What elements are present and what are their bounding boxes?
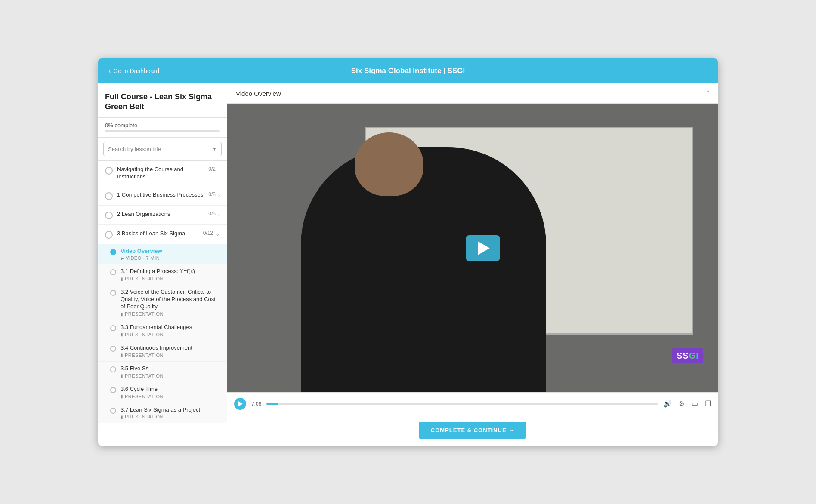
- lesson-type-3-4: PRESENTATION: [125, 353, 164, 358]
- lesson-info-video-overview: Video Overview ▶ VIDEO · 7 MIN: [121, 248, 162, 261]
- section-header-s2: 2 Lean Organizations 0/5 ›: [117, 211, 220, 218]
- section-header-nav: Navigating the Course and Instructions 0…: [117, 166, 220, 181]
- lesson-item-3-6[interactable]: 3.6 Cycle Time ▮ PRESENTATION: [98, 382, 227, 403]
- lesson-item-3-5[interactable]: 3.5 Five Ss ▮ PRESENTATION: [98, 362, 227, 382]
- presentation-icon-3-4: ▮: [121, 353, 123, 357]
- lesson-item-3-2[interactable]: 3.2 Voice of the Customer, Critical to Q…: [98, 285, 227, 320]
- play-pause-button[interactable]: [234, 398, 246, 410]
- expand-icon[interactable]: ⤴: [706, 89, 709, 97]
- section-item-s3[interactable]: 3 Basics of Lean Six Sigma 0/12 ⌄: [98, 225, 227, 244]
- lesson-info-3-1: 3.1 Defining a Process: Y=f(x) ▮ PRESENT…: [121, 268, 195, 281]
- section-item-s1[interactable]: 1 Competitive Business Processes 0/8 ›: [98, 186, 227, 206]
- video-wrapper: SSGI: [227, 104, 718, 392]
- lesson-item-video-overview[interactable]: Video Overview ▶ VIDEO · 7 MIN: [98, 244, 227, 265]
- lesson-meta-3-3: ▮ PRESENTATION: [121, 332, 192, 337]
- lesson-dot-3-2: [110, 290, 116, 296]
- lesson-sub-items-s3: Video Overview ▶ VIDEO · 7 MIN 3.1 Def: [98, 244, 227, 424]
- search-area[interactable]: Search by lesson title ▼: [98, 138, 227, 161]
- section-item-nav[interactable]: Navigating the Course and Instructions 0…: [98, 161, 227, 186]
- main-content: Full Course - Lean Six Sigma Green Belt …: [98, 83, 718, 446]
- section-circle-s3: [105, 231, 113, 239]
- settings-icon[interactable]: ⚙: [679, 400, 685, 408]
- back-chevron-icon: ‹: [108, 67, 111, 75]
- section-name-s2: 2 Lean Organizations: [117, 211, 170, 218]
- lesson-info-3-5: 3.5 Five Ss ▮ PRESENTATION: [121, 365, 164, 378]
- lesson-item-3-4[interactable]: 3.4 Continuous Improvement ▮ PRESENTATIO…: [98, 341, 227, 362]
- section-header-s1: 1 Competitive Business Processes 0/8 ›: [117, 191, 220, 199]
- section-header-s3: 3 Basics of Lean Six Sigma 0/12 ⌄: [117, 230, 220, 237]
- section-chevron-nav: ›: [218, 167, 220, 173]
- lesson-dot-3-4: [110, 346, 116, 352]
- section-chevron-s1: ›: [218, 192, 220, 198]
- lesson-item-3-3[interactable]: 3.3 Fundamental Challenges ▮ PRESENTATIO…: [98, 320, 227, 341]
- lesson-dot-3-3: [110, 325, 116, 331]
- top-bar-title: Six Sigma Global Institute | SSGI: [351, 67, 465, 75]
- video-icon: ▶: [121, 256, 124, 261]
- section-name-s3: 3 Basics of Lean Six Sigma: [117, 230, 185, 237]
- progress-label: complete: [114, 122, 137, 129]
- section-count-nav: 0/2: [205, 166, 216, 172]
- lesson-meta-video-overview: ▶ VIDEO · 7 MIN: [121, 255, 162, 261]
- section-count-s1: 0/8: [205, 191, 216, 197]
- lesson-meta-3-5: ▮ PRESENTATION: [121, 373, 164, 378]
- lesson-type-3-2: PRESENTATION: [125, 311, 164, 317]
- lesson-name-3-3: 3.3 Fundamental Challenges: [121, 324, 192, 331]
- lesson-meta-3-1: ▮ PRESENTATION: [121, 276, 195, 281]
- section-count-s2: 0/5: [205, 211, 216, 217]
- course-title-area: Full Course - Lean Six Sigma Green Belt: [98, 83, 227, 118]
- play-button-overlay[interactable]: [466, 235, 500, 261]
- lessons-list: Navigating the Course and Instructions 0…: [98, 161, 227, 446]
- lesson-dot-3-7: [110, 408, 116, 414]
- complete-continue-button[interactable]: COMPLETE & CONTINUE →: [419, 422, 526, 439]
- section-circle-s2: [105, 212, 113, 219]
- search-box[interactable]: Search by lesson title ▼: [103, 142, 222, 156]
- theater-mode-icon[interactable]: ▭: [692, 400, 698, 408]
- section-item-s2[interactable]: 2 Lean Organizations 0/5 ›: [98, 206, 227, 225]
- lesson-info-3-6: 3.6 Cycle Time ▮ PRESENTATION: [121, 386, 164, 399]
- presentation-icon-3-2: ▮: [121, 312, 123, 317]
- section-count-s3: 0/12: [200, 230, 213, 236]
- fullscreen-icon[interactable]: ❐: [705, 400, 711, 408]
- video-controls: 7:08 🔊 ⚙ ▭ ❐: [227, 392, 718, 415]
- video-progress-track[interactable]: [266, 403, 658, 405]
- play-btn-icon: [238, 401, 243, 406]
- progress-area: 0% complete: [98, 118, 227, 138]
- section-name-s1: 1 Competitive Business Processes: [117, 191, 203, 199]
- volume-icon[interactable]: 🔊: [663, 400, 672, 408]
- top-bar: ‹ Go to Dashboard Six Sigma Global Insti…: [98, 58, 718, 83]
- presentation-icon-3-5: ▮: [121, 373, 123, 378]
- section-chevron-s2: ›: [218, 212, 220, 218]
- content-area: Video Overview ⤴ SSGI: [227, 83, 718, 446]
- video-placeholder: SSGI: [227, 104, 718, 392]
- back-label: Go to Dashboard: [113, 68, 159, 74]
- lesson-item-3-7[interactable]: 3.7 Lean Six Sigma as a Project ▮ PRESEN…: [98, 403, 227, 424]
- progress-percent: 0%: [105, 122, 113, 129]
- lesson-item-3-1[interactable]: 3.1 Defining a Process: Y=f(x) ▮ PRESENT…: [98, 264, 227, 285]
- control-icons: 🔊 ⚙ ▭ ❐: [663, 400, 711, 408]
- lesson-meta-3-6: ▮ PRESENTATION: [121, 394, 164, 399]
- lesson-type-3-5: PRESENTATION: [125, 373, 164, 378]
- lesson-name-3-1: 3.1 Defining a Process: Y=f(x): [121, 268, 195, 275]
- lesson-info-3-4: 3.4 Continuous Improvement ▮ PRESENTATIO…: [121, 344, 192, 358]
- section-name-nav: Navigating the Course and Instructions: [117, 166, 205, 181]
- presentation-icon-3-6: ▮: [121, 394, 123, 399]
- section-circle-nav: [105, 167, 113, 175]
- time-display: 7:08: [251, 401, 261, 407]
- lesson-name-video-overview: Video Overview: [121, 248, 162, 255]
- back-to-dashboard-link[interactable]: ‹ Go to Dashboard: [108, 67, 159, 75]
- progress-text: 0% complete: [105, 122, 220, 129]
- lesson-name-3-5: 3.5 Five Ss: [121, 365, 164, 372]
- lesson-type-3-6: PRESENTATION: [125, 394, 164, 399]
- video-header-title: Video Overview: [236, 90, 281, 97]
- play-triangle-icon: [478, 241, 490, 255]
- instructor-body: [301, 147, 546, 392]
- lesson-type-3-7: PRESENTATION: [125, 414, 164, 419]
- continue-bar: COMPLETE & CONTINUE →: [227, 415, 718, 446]
- video-header: Video Overview ⤴: [227, 83, 718, 104]
- video-progress-played: [266, 403, 278, 405]
- lesson-info-3-3: 3.3 Fundamental Challenges ▮ PRESENTATIO…: [121, 324, 192, 337]
- progress-bar-bg: [105, 130, 220, 132]
- instructor-head: [355, 132, 423, 196]
- lesson-info-3-2: 3.2 Voice of the Customer, Critical to Q…: [121, 289, 220, 317]
- section-circle-s1: [105, 192, 113, 200]
